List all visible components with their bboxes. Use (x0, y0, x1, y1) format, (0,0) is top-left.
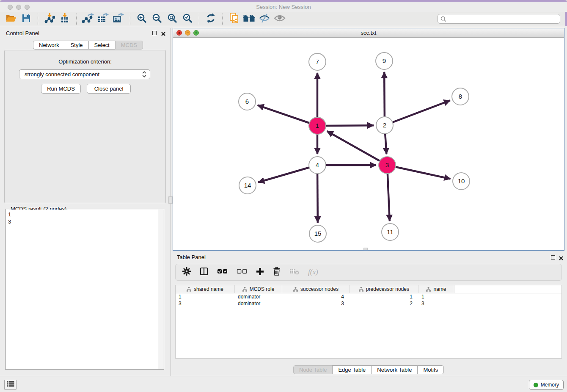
column-header-successor-nodes[interactable]: successor nodes (282, 285, 350, 293)
graph-node-10[interactable]: 10 (453, 173, 470, 190)
svg-text:2: 2 (383, 121, 386, 129)
toolbar-separator (199, 14, 199, 25)
svg-text:9: 9 (383, 57, 386, 64)
plus-icon (256, 268, 264, 277)
show-panels-button[interactable] (4, 380, 17, 390)
toolbar-separator (38, 14, 38, 25)
column-header-predecessor-nodes[interactable]: predecessor nodes (350, 285, 418, 293)
memory-button[interactable]: Memory (529, 380, 564, 390)
table-panel: Table Panel (173, 253, 564, 376)
close-panel-button[interactable]: Close panel (87, 84, 131, 94)
tab-motifs[interactable]: Motifs (417, 365, 444, 374)
vertical-splitter-handle[interactable] (168, 196, 173, 204)
network-graph[interactable]: 7968124314101511 (173, 38, 564, 250)
function-builder-button[interactable]: f(x) (308, 268, 318, 276)
column-header-MCDS-role[interactable]: MCDS role (235, 285, 282, 293)
import-network-icon (44, 13, 55, 25)
graph-edge-3-10[interactable] (387, 165, 451, 179)
network-overview-button[interactable] (242, 13, 257, 25)
open-session-button[interactable] (3, 13, 19, 25)
network-window-title: scc.txt (173, 30, 564, 36)
search-box[interactable] (438, 14, 560, 24)
graph-node-15[interactable]: 15 (309, 225, 326, 242)
hide-graphics-button[interactable] (257, 13, 272, 25)
table-row[interactable]: 1dominator411 (176, 293, 561, 300)
show-graphics-button[interactable] (272, 13, 287, 25)
refresh-button[interactable] (203, 13, 218, 25)
search-input[interactable] (446, 16, 557, 22)
export-network-button[interactable] (80, 13, 96, 25)
float-panel-icon[interactable] (152, 31, 157, 35)
result-scrollbar[interactable] (158, 210, 163, 369)
save-session-button[interactable] (19, 13, 34, 25)
tab-network-table[interactable]: Network Table (371, 365, 418, 374)
homes-icon (242, 14, 256, 25)
import-table-button[interactable] (57, 13, 72, 25)
table-cell: 3 (176, 300, 235, 307)
table-panel-title: Table Panel (177, 254, 206, 260)
deselect-all-button[interactable] (237, 268, 247, 276)
deselect-all-icon (237, 268, 247, 276)
select-all-button[interactable] (217, 268, 228, 276)
columns-icon (200, 267, 208, 277)
svg-text:6: 6 (245, 98, 249, 105)
tab-style[interactable]: Style (65, 41, 89, 50)
zoom-selected-button[interactable] (180, 13, 195, 25)
tab-mcds[interactable]: MCDS (115, 41, 143, 50)
graph-edge-2-8[interactable] (385, 100, 450, 125)
zoom-fit-icon (167, 13, 177, 25)
tab-select[interactable]: Select (88, 41, 116, 50)
graph-edge-3-1[interactable] (327, 131, 387, 165)
mcds-panel: Optimization criterion: strongly connect… (4, 50, 166, 203)
clone-network-button[interactable] (226, 13, 242, 25)
close-panel-icon[interactable] (161, 30, 166, 36)
graph-edge-4-14[interactable] (258, 165, 317, 182)
show-columns-button[interactable] (200, 267, 208, 277)
graph-node-7[interactable]: 7 (309, 53, 326, 70)
network-window-titlebar[interactable]: x – + scc.txt (173, 28, 564, 38)
network-canvas[interactable]: 7968124314101511 (173, 38, 564, 250)
export-table-button[interactable] (96, 13, 111, 25)
import-network-button[interactable] (42, 13, 57, 25)
memory-label: Memory (541, 382, 559, 388)
float-table-panel-icon[interactable] (551, 255, 555, 259)
table-settings-button[interactable] (182, 267, 191, 277)
delete-column-button[interactable] (273, 267, 281, 277)
gear-icon (182, 267, 191, 277)
graph-node-3[interactable]: 3 (379, 157, 396, 174)
tab-node-table[interactable]: Node Table (293, 365, 333, 374)
graph-node-11[interactable]: 11 (382, 224, 399, 240)
zoom-out-button[interactable] (149, 13, 165, 25)
graph-node-4[interactable]: 4 (309, 157, 326, 174)
graph-node-2[interactable]: 2 (376, 117, 393, 134)
tab-network[interactable]: Network (33, 41, 65, 50)
graph-node-6[interactable]: 6 (239, 93, 256, 110)
run-mcds-button[interactable]: Run MCDS (41, 84, 81, 94)
graph-node-8[interactable]: 8 (452, 88, 469, 105)
column-header-shared-name[interactable]: shared name (176, 285, 235, 293)
control-panel-tabs: NetworkStyleSelectMCDS (33, 41, 143, 50)
export-network-icon (82, 13, 94, 25)
criterion-select[interactable]: strongly connected component (19, 69, 150, 79)
svg-text:10: 10 (458, 177, 465, 185)
zoom-fit-button[interactable] (165, 13, 180, 25)
mcds-result-list[interactable]: 13 (6, 210, 158, 369)
delete-table-button[interactable] (289, 268, 299, 276)
toolbar-separator (130, 14, 130, 25)
close-table-panel-icon[interactable] (559, 255, 564, 260)
export-image-button[interactable] (111, 13, 126, 25)
add-column-button[interactable] (256, 268, 264, 277)
export-image-icon (113, 13, 124, 25)
graph-edge-1-6[interactable] (258, 105, 317, 126)
graph-node-1[interactable]: 1 (309, 117, 326, 134)
table-row[interactable]: 3dominator323 (176, 300, 561, 307)
svg-text:4: 4 (316, 161, 319, 168)
zoom-in-button[interactable] (134, 13, 149, 25)
horizontal-splitter-handle[interactable] (363, 248, 368, 250)
delete-table-icon (289, 268, 299, 276)
graph-node-14[interactable]: 14 (239, 177, 256, 194)
column-header-name[interactable]: name (418, 285, 454, 293)
stepper-icon (142, 71, 146, 77)
graph-node-9[interactable]: 9 (376, 52, 393, 69)
tab-edge-table[interactable]: Edge Table (332, 365, 372, 374)
